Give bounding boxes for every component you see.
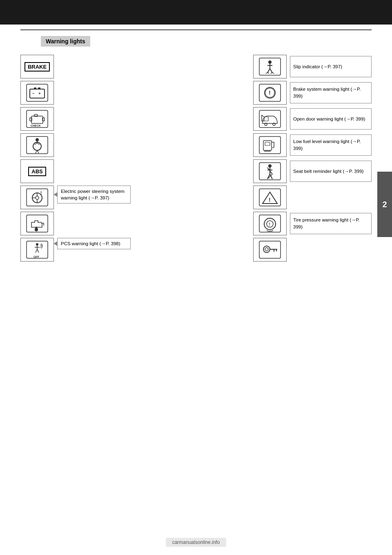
svg-point-69 (265, 248, 268, 251)
svg-point-28 (33, 142, 41, 150)
svg-point-68 (263, 246, 270, 253)
warning-row-6: ! Electric power steering system warning… (20, 186, 372, 209)
brake-icon: BRAKE (20, 55, 54, 78)
check-engine-icon: CHECK (20, 107, 54, 131)
svg-text:!: ! (40, 191, 42, 195)
svg-point-1 (268, 60, 272, 64)
abs-icon: ABS (20, 159, 54, 183)
svg-line-31 (37, 143, 40, 145)
svg-text:−: − (32, 91, 35, 96)
svg-rect-36 (265, 142, 270, 145)
warning-row-8: OFF PCS warning light (→P. 398) (20, 238, 372, 262)
top-bar (0, 0, 392, 25)
svg-rect-17 (31, 116, 43, 123)
section-header: Warning lights (41, 36, 90, 47)
svg-line-32 (36, 150, 37, 153)
warning-row-3: CHECK Open door warning light (→P. 399) (20, 107, 372, 131)
seatbelt-desc: Seat belt reminder light (→P. 399) (290, 161, 372, 182)
warning-row-2: − + ! Brake system warning light (→P. 39… (20, 81, 372, 105)
warning-row-4: Low fuel level warning light (→P. 399) (20, 133, 372, 157)
svg-point-27 (36, 138, 39, 141)
pcs-icon: OFF (20, 238, 54, 262)
eps-icon: ! (20, 186, 54, 209)
svg-rect-18 (30, 118, 32, 121)
svg-text:+: + (38, 91, 41, 96)
warning-row-7: ! Tire pressure warning light (→P. 399) (20, 212, 372, 235)
open-door-icon (253, 107, 287, 131)
brake-system-icon: ! (253, 81, 287, 105)
oil-icon (20, 212, 54, 235)
svg-text:CHECK: CHECK (31, 124, 41, 127)
svg-line-33 (37, 150, 39, 153)
section-header-label: Warning lights (46, 38, 85, 45)
hr-line (20, 29, 372, 30)
svg-rect-8 (34, 87, 36, 90)
warning-triangle-icon: ! (253, 186, 287, 209)
svg-line-64 (36, 249, 37, 253)
tire-pressure-icon: ! (253, 212, 287, 235)
svg-rect-23 (264, 117, 268, 121)
svg-rect-19 (42, 118, 45, 121)
content-area: BRAKE Slip indicator (20, 55, 372, 262)
svg-text:!: ! (269, 90, 271, 96)
svg-text:!: ! (269, 197, 271, 203)
svg-line-4 (267, 69, 270, 73)
slip-indicator-icon (253, 55, 287, 78)
section-tab: 2 (377, 172, 392, 237)
immobilizer-icon (253, 238, 287, 262)
svg-line-5 (270, 69, 272, 73)
svg-text:OFF: OFF (33, 255, 40, 258)
svg-point-61 (36, 243, 38, 246)
svg-line-30 (35, 143, 37, 145)
warning-row-1: BRAKE Slip indicator (20, 55, 372, 78)
slip-indicator-desc: Slip indicator (→P. 397) (290, 56, 372, 77)
open-door-desc: Open door warning light (→P. 399) (290, 108, 372, 130)
page: Warning lights 2 BRAKE (0, 0, 392, 555)
battery-icon: − + (20, 81, 54, 105)
watermark: carmanualsonline.info (166, 538, 227, 547)
warning-row-5: ABS Seat belt reminder light (20, 159, 372, 183)
seatbelt-icon (253, 159, 287, 183)
svg-rect-22 (259, 110, 281, 128)
brake-system-desc: Brake system warning light (→P. 399) (290, 82, 372, 103)
svg-point-48 (36, 196, 39, 199)
low-fuel-icon (253, 133, 287, 157)
tire-pressure-desc: Tire pressure warning light (→P. 399) (290, 213, 372, 234)
bottom-watermark-area: carmanualsonline.info (0, 538, 392, 547)
low-fuel-desc: Low fuel level warning light (→P. 399) (290, 134, 372, 156)
svg-line-65 (37, 249, 39, 253)
svg-rect-9 (38, 87, 40, 90)
svg-text:!: ! (269, 222, 270, 227)
eps-callout: Electric power steering system warning l… (57, 186, 131, 204)
pcs-callout: PCS warning light (→P. 398) (57, 238, 131, 249)
svg-point-39 (268, 164, 272, 168)
airbag-icon (20, 133, 54, 157)
svg-rect-20 (34, 114, 38, 116)
svg-rect-46 (27, 189, 48, 206)
